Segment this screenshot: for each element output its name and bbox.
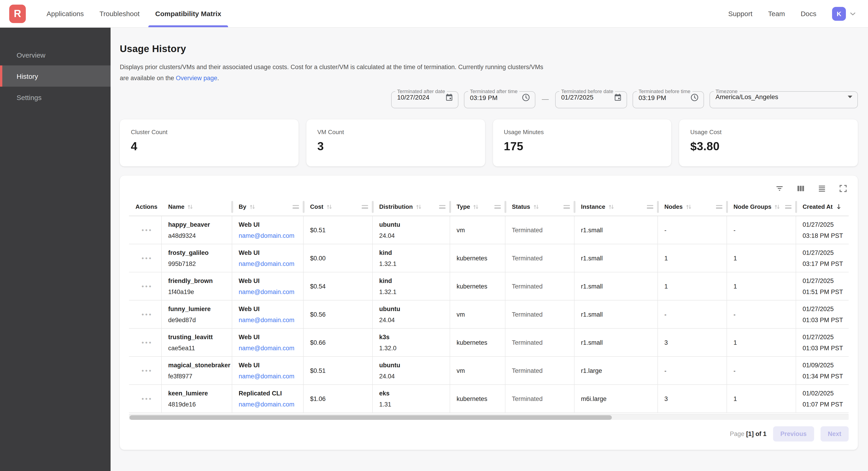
column-menu-icon[interactable] xyxy=(292,205,299,209)
fullscreen-icon[interactable] xyxy=(838,184,848,193)
sort-icon[interactable] xyxy=(473,204,479,210)
terminated-before-time-field[interactable]: Terminated before time 03:19 PM xyxy=(632,89,704,109)
node-groups-cell: 1 xyxy=(727,273,796,300)
created-time: 03:18 PM PST xyxy=(803,232,846,239)
sort-icon[interactable] xyxy=(415,204,422,210)
overview-page-link[interactable]: Overview page xyxy=(176,75,217,81)
column-menu-icon[interactable] xyxy=(647,205,653,209)
column-resize-handle[interactable] xyxy=(657,201,659,213)
calendar-icon[interactable] xyxy=(445,93,453,101)
sort-icon[interactable] xyxy=(774,204,781,210)
filter-icon[interactable] xyxy=(775,184,784,193)
nav-link-team[interactable]: Team xyxy=(768,10,785,18)
cost-cell: $1.06 xyxy=(304,385,373,413)
sidebar-item-history[interactable]: History xyxy=(0,65,111,87)
timezone-select[interactable]: Timezone America/Los_Angeles xyxy=(710,89,858,109)
columns-icon[interactable] xyxy=(796,184,805,193)
density-icon[interactable] xyxy=(817,184,827,193)
terminated-after-date-field[interactable]: Terminated after date 10/27/2024 xyxy=(391,89,458,109)
distribution-version: 1.32.1 xyxy=(379,289,447,295)
column-resize-handle[interactable] xyxy=(504,201,506,213)
column-resize-handle[interactable] xyxy=(795,201,797,213)
sort-icon[interactable] xyxy=(249,204,255,210)
user-menu[interactable]: K xyxy=(832,7,857,21)
sort-icon[interactable] xyxy=(685,204,692,210)
clock-icon[interactable] xyxy=(522,93,530,102)
terminated-after-time-field[interactable]: Terminated after time 03:19 PM xyxy=(464,89,535,109)
field-label: Terminated after date xyxy=(395,89,447,94)
nodes-cell: 1 xyxy=(658,273,727,300)
nav-tab-compatibility-matrix[interactable]: Compatibility Matrix xyxy=(148,0,229,27)
row-actions-menu-icon[interactable]: ●●● xyxy=(142,340,153,345)
column-menu-icon[interactable] xyxy=(494,205,501,209)
terminated-before-date-field[interactable]: Terminated before date 01/27/2025 xyxy=(555,89,627,109)
column-header-nodes[interactable]: Nodes xyxy=(658,198,727,216)
sort-icon[interactable] xyxy=(326,204,333,210)
row-actions-menu-icon[interactable]: ●●● xyxy=(142,284,153,289)
sort-icon[interactable] xyxy=(608,204,615,210)
column-header-distribution[interactable]: Distribution xyxy=(373,198,450,216)
column-resize-handle[interactable] xyxy=(726,201,728,213)
column-menu-icon[interactable] xyxy=(785,205,792,209)
active-item-accent xyxy=(0,65,2,87)
column-resize-handle[interactable] xyxy=(574,201,576,213)
sort-desc-icon[interactable] xyxy=(836,203,842,210)
column-header-type[interactable]: Type xyxy=(450,198,505,216)
sort-icon[interactable] xyxy=(533,204,539,210)
sidebar-item-overview[interactable]: Overview xyxy=(0,44,111,65)
stat-value: $3.80 xyxy=(690,140,847,153)
nav-link-docs[interactable]: Docs xyxy=(801,10,816,18)
column-menu-icon[interactable] xyxy=(362,205,368,209)
type-value: vm xyxy=(457,367,502,374)
row-actions-menu-icon[interactable]: ●●● xyxy=(142,256,153,261)
node-groups-value: 1 xyxy=(734,395,793,402)
column-header-instance[interactable]: Instance xyxy=(575,198,658,216)
row-actions-menu-icon[interactable]: ●●● xyxy=(142,396,153,401)
column-menu-icon[interactable] xyxy=(716,205,722,209)
clock-icon[interactable] xyxy=(690,93,699,102)
cluster-id: a48d9324 xyxy=(168,232,229,239)
row-actions-menu-icon[interactable]: ●●● xyxy=(142,369,153,373)
column-header-status[interactable]: Status xyxy=(505,198,575,216)
column-header-created-at[interactable]: Created At xyxy=(796,198,849,216)
next-button[interactable]: Next xyxy=(820,426,849,442)
row-actions-menu-icon[interactable]: ●●● xyxy=(142,228,153,233)
column-menu-icon[interactable] xyxy=(439,205,445,209)
nodes-cell: 3 xyxy=(658,385,727,413)
column-resize-handle[interactable] xyxy=(231,201,233,213)
scrollbar-thumb[interactable] xyxy=(129,415,612,420)
horizontal-scrollbar[interactable] xyxy=(129,414,849,420)
column-menu-icon[interactable] xyxy=(563,205,570,209)
row-actions-menu-icon[interactable]: ●●● xyxy=(142,312,153,317)
nav-tab-label: Applications xyxy=(46,10,84,18)
created-by-email-link[interactable]: name@domain.com xyxy=(239,401,300,408)
nav-link-support[interactable]: Support xyxy=(728,10,752,18)
row-actions-cell: ●●● xyxy=(129,357,162,385)
stat-value: 3 xyxy=(317,140,474,153)
column-header-name[interactable]: Name xyxy=(162,198,232,216)
type-value: kubernetes xyxy=(457,395,502,402)
column-header-by[interactable]: By xyxy=(232,198,304,216)
created-by-email-link[interactable]: name@domain.com xyxy=(239,232,300,239)
sort-icon[interactable] xyxy=(187,204,194,210)
chevron-down-icon xyxy=(849,9,857,18)
instance-cell: r1.small xyxy=(575,329,658,356)
created-by-email-link[interactable]: name@domain.com xyxy=(239,289,300,295)
nav-tab-troubleshoot[interactable]: Troubleshoot xyxy=(92,0,148,27)
field-label: Terminated before time xyxy=(637,89,692,94)
created-by-email-link[interactable]: name@domain.com xyxy=(239,260,300,267)
calendar-icon[interactable] xyxy=(614,93,622,101)
column-resize-handle[interactable] xyxy=(449,201,451,213)
column-header-cost[interactable]: Cost xyxy=(304,198,373,216)
column-resize-handle[interactable] xyxy=(303,201,305,213)
created-by-email-link[interactable]: name@domain.com xyxy=(239,345,300,352)
created-by-email-link[interactable]: name@domain.com xyxy=(239,317,300,324)
created-by-source: Web UI xyxy=(239,277,300,284)
column-resize-handle[interactable] xyxy=(372,201,374,213)
sidebar-item-settings[interactable]: Settings xyxy=(0,87,111,108)
nav-tab-applications[interactable]: Applications xyxy=(39,0,92,27)
previous-button[interactable]: Previous xyxy=(773,426,814,442)
created-by-email-link[interactable]: name@domain.com xyxy=(239,373,300,380)
column-header-node-groups[interactable]: Node Groups xyxy=(727,198,796,216)
app-logo[interactable]: R xyxy=(9,4,26,23)
